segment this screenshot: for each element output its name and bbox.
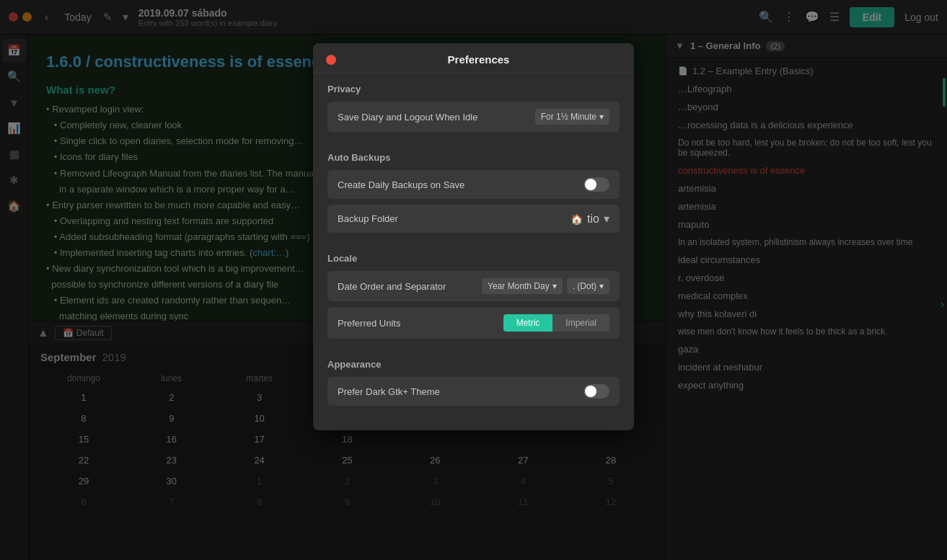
date-order-select[interactable]: Year Month Day ▾: [482, 278, 563, 294]
date-order-label: Date Order and Separator: [338, 281, 446, 292]
daily-backups-knob: [585, 179, 596, 190]
date-order-chevron: ▾: [552, 281, 557, 291]
modal-overlay: Preferences Privacy Save Diary and Logou…: [0, 0, 947, 560]
appearance-section-title: Appearance: [327, 359, 620, 370]
locale-section: Locale Date Order and Separator Year Mon…: [313, 243, 634, 349]
idle-logout-select[interactable]: For 1½ Minute ▾: [535, 109, 609, 125]
idle-logout-chevron: ▾: [599, 112, 604, 122]
date-order-controls: Year Month Day ▾ . (Dot) ▾: [482, 278, 609, 294]
modal-title: Preferences: [336, 53, 621, 66]
privacy-section: Privacy Save Diary and Logout When Idle …: [313, 74, 634, 142]
preferred-units-row: Preferred Units Metric Imperial: [327, 307, 620, 339]
dark-theme-knob: [585, 386, 596, 397]
date-separator-chevron: ▾: [599, 281, 604, 291]
date-order-value: Year Month Day: [488, 281, 550, 291]
daily-backups-toggle[interactable]: [583, 177, 609, 192]
folder-icon: 🏠: [571, 213, 583, 225]
preferred-units-label: Preferred Units: [338, 318, 400, 329]
unit-imperial-button[interactable]: Imperial: [552, 314, 609, 332]
daily-backups-row: Create Daily Backups on Save: [327, 170, 620, 199]
preferences-modal: Preferences Privacy Save Diary and Logou…: [313, 43, 634, 430]
appearance-section: Appearance Prefer Dark Gtk+ Theme: [313, 349, 634, 416]
backups-section-title: Auto Backups: [327, 152, 620, 163]
backup-folder-label: Backup Folder: [338, 213, 398, 224]
dark-theme-toggle[interactable]: [583, 384, 609, 399]
privacy-section-title: Privacy: [327, 84, 620, 94]
daily-backups-label: Create Daily Backups on Save: [338, 179, 464, 190]
modal-close-button[interactable]: [326, 55, 336, 65]
date-separator-select[interactable]: . (Dot) ▾: [567, 278, 609, 294]
dark-theme-label: Prefer Dark Gtk+ Theme: [338, 386, 440, 397]
backup-folder-chevron[interactable]: ▾: [604, 212, 609, 226]
modal-header: Preferences: [313, 43, 634, 74]
idle-logout-label: Save Diary and Logout When Idle: [338, 112, 477, 123]
dark-theme-row: Prefer Dark Gtk+ Theme: [327, 377, 620, 406]
date-order-row: Date Order and Separator Year Month Day …: [327, 271, 620, 301]
idle-logout-row: Save Diary and Logout When Idle For 1½ M…: [327, 102, 620, 132]
backup-folder-value-container: 🏠 tio ▾: [571, 212, 609, 226]
unit-metric-button[interactable]: Metric: [503, 314, 553, 332]
idle-logout-value: For 1½ Minute: [541, 112, 596, 122]
backup-folder-value: tio: [587, 213, 599, 226]
locale-section-title: Locale: [327, 253, 620, 264]
backups-section: Auto Backups Create Daily Backups on Sav…: [313, 142, 634, 243]
backup-folder-row: Backup Folder 🏠 tio ▾: [327, 205, 620, 233]
preferred-units-toggle: Metric Imperial: [503, 314, 609, 332]
date-separator-value: . (Dot): [573, 281, 596, 291]
